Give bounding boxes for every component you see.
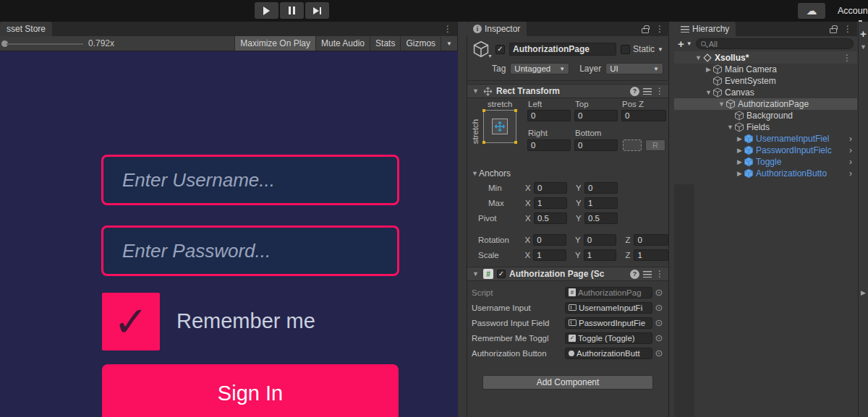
foldout-icon[interactable]: ▼ [472, 270, 480, 278]
tab-hierarchy[interactable]: Hierarchy [674, 22, 736, 36]
component-enabled-checkbox[interactable]: ✓ [497, 270, 506, 278]
raw-edit-mode-button[interactable]: R [645, 139, 665, 151]
foldout-icon[interactable]: ▶ [705, 66, 712, 73]
script-object-field[interactable]: # AuthorizationPag [565, 287, 652, 298]
create-button[interactable]: + [678, 38, 684, 49]
hierarchy-item-toggle[interactable]: ▶ Toggle › [674, 156, 857, 168]
step-button[interactable] [305, 2, 329, 19]
lock-icon[interactable] [830, 28, 837, 33]
hierarchy-item-background[interactable]: Background [674, 110, 857, 121]
scale-y-field[interactable]: 1 [584, 249, 617, 261]
hierarchy-item-usernameinputfield[interactable]: ▶ UsernameInputFiel › [674, 133, 857, 145]
hierarchy-item-authorizationpage[interactable]: ▼ AuthorizationPage [674, 98, 857, 110]
pivot-x-field[interactable]: 0.5 [534, 212, 567, 224]
cloud-services-button[interactable]: ☁ [798, 3, 825, 19]
max-x-field[interactable]: 1 [534, 197, 567, 209]
help-icon[interactable]: ? [630, 87, 639, 96]
right-field[interactable]: 0 [527, 139, 571, 151]
object-picker-icon[interactable]: ⊙ [654, 288, 664, 297]
min-y-field[interactable]: 0 [584, 182, 618, 194]
object-picker-icon[interactable]: ⊙ [654, 348, 664, 358]
foldout-icon[interactable]: ▼ [694, 54, 702, 61]
pivot-y-field[interactable]: 0.5 [584, 212, 618, 224]
help-icon[interactable]: ? [630, 270, 639, 279]
tag-dropdown[interactable]: Untagged ▼ [510, 63, 569, 74]
game-menu-icon[interactable]: ⋮ [443, 25, 452, 33]
static-checkbox[interactable] [621, 45, 630, 54]
layer-dropdown[interactable]: UI ▼ [605, 63, 663, 74]
sign-in-button[interactable]: Sign In [102, 364, 399, 417]
inspector-menu-icon[interactable]: ⋮ [655, 25, 664, 33]
account-dropdown[interactable]: Account [838, 6, 868, 16]
max-y-field[interactable]: 1 [584, 197, 618, 209]
rotation-x-field[interactable]: 0 [533, 234, 566, 246]
gizmos-dropdown[interactable]: ▼ [441, 36, 457, 51]
static-dropdown-icon[interactable]: ▼ [658, 46, 663, 53]
scene-menu-icon[interactable]: ⋮ [843, 53, 857, 62]
foldout-icon[interactable]: ▶ [736, 158, 744, 165]
hierarchy-item-authorizationbutton[interactable]: ▶ AuthorizationButto › [674, 168, 857, 179]
prefab-open-icon[interactable]: › [849, 168, 852, 179]
min-x-field[interactable]: 0 [534, 182, 567, 194]
active-checkbox[interactable]: ✓ [495, 45, 505, 54]
toggle-object-field[interactable]: ✓ Toggle (Toggle) [565, 332, 652, 344]
button-object-field[interactable]: AuthorizationButt [565, 348, 652, 359]
foldout-icon[interactable]: ▼ [859, 43, 867, 51]
rotation-y-field[interactable]: 0 [584, 234, 617, 246]
hierarchy-item-canvas[interactable]: ▼ Canvas [674, 87, 857, 98]
scene-row[interactable]: ▼ Xsollus* ⋮ [674, 51, 857, 64]
prefab-open-icon[interactable]: › [849, 134, 852, 144]
create-dropdown-icon[interactable]: ▼ [686, 40, 692, 47]
zoom-slider-track[interactable] [7, 43, 83, 45]
scale-z-field[interactable]: 1 [634, 249, 668, 261]
left-field[interactable]: 0 [527, 110, 571, 121]
rotation-z-field[interactable]: 0 [634, 234, 668, 246]
prefab-open-icon[interactable]: › [849, 157, 852, 167]
gameobject-name-field[interactable]: AuthorizationPage [509, 43, 616, 56]
hierarchy-item-fields[interactable]: ▼ Fields [674, 121, 857, 133]
stats-button[interactable]: Stats [370, 36, 400, 51]
gameobject-cube-icon[interactable]: ▼ [472, 40, 491, 58]
object-picker-icon[interactable]: ⊙ [654, 318, 664, 327]
mute-audio-button[interactable]: Mute Audio [315, 36, 370, 51]
foldout-icon[interactable]: ▶ [736, 135, 744, 142]
component-menu-icon[interactable]: ⋮ [655, 270, 664, 278]
rect-transform-header[interactable]: ▼ Rect Transform ? ⋮ [467, 84, 668, 98]
maximize-on-play-button[interactable]: Maximize On Play [234, 36, 315, 51]
scale-x-field[interactable]: 1 [533, 249, 566, 261]
foldout-icon[interactable]: ▼ [705, 89, 712, 96]
foldout-icon[interactable]: ▶ [859, 289, 867, 296]
tab-asset-store[interactable]: sset Store [0, 22, 52, 36]
bottom-field[interactable]: 0 [574, 139, 618, 151]
authorization-page-script-header[interactable]: ▼ # ✓ Authorization Page (Sc ? ⋮ [467, 267, 668, 281]
hierarchy-item-eventsystem[interactable]: EventSystem [674, 75, 857, 87]
component-menu-icon[interactable]: ⋮ [655, 87, 664, 95]
create-button[interactable]: + [859, 28, 868, 39]
remember-me-checkbox[interactable]: ✓ [102, 293, 160, 351]
foldout-icon[interactable]: ▼ [718, 100, 726, 108]
top-field[interactable]: 0 [574, 110, 618, 121]
presets-icon[interactable] [643, 271, 652, 278]
object-picker-icon[interactable]: ⊙ [654, 333, 664, 343]
password-input[interactable]: Enter Password... [101, 225, 399, 276]
posz-field[interactable]: 0 [621, 110, 666, 121]
lock-icon[interactable] [642, 28, 649, 33]
username-input[interactable]: Enter Username... [101, 155, 399, 205]
tab-inspector[interactable]: i Inspector [467, 22, 527, 36]
blueprint-mode-button[interactable] [623, 139, 642, 151]
foldout-icon[interactable]: ▼ [472, 87, 480, 95]
pause-button[interactable] [280, 2, 304, 19]
hierarchy-item-passwordinputfield[interactable]: ▶ PasswordInputFielc › [674, 145, 857, 156]
play-button[interactable] [255, 2, 278, 19]
hierarchy-search-input[interactable]: All [696, 38, 854, 49]
add-component-button[interactable]: Add Component [482, 375, 653, 390]
object-picker-icon[interactable]: ⊙ [654, 303, 664, 312]
foldout-icon[interactable]: ▶ [736, 147, 744, 154]
username-input-object-field[interactable]: UsernameInputFi [565, 302, 652, 314]
foldout-icon[interactable]: ▶ [736, 170, 744, 177]
foldout-icon[interactable]: ▼ [726, 124, 734, 131]
prefab-open-icon[interactable]: › [849, 145, 852, 155]
password-input-object-field[interactable]: PasswordInputFie [565, 317, 652, 329]
hierarchy-item-main-camera[interactable]: ▶ Main Camera [674, 64, 857, 75]
hierarchy-menu-icon[interactable]: ⋮ [843, 25, 852, 33]
